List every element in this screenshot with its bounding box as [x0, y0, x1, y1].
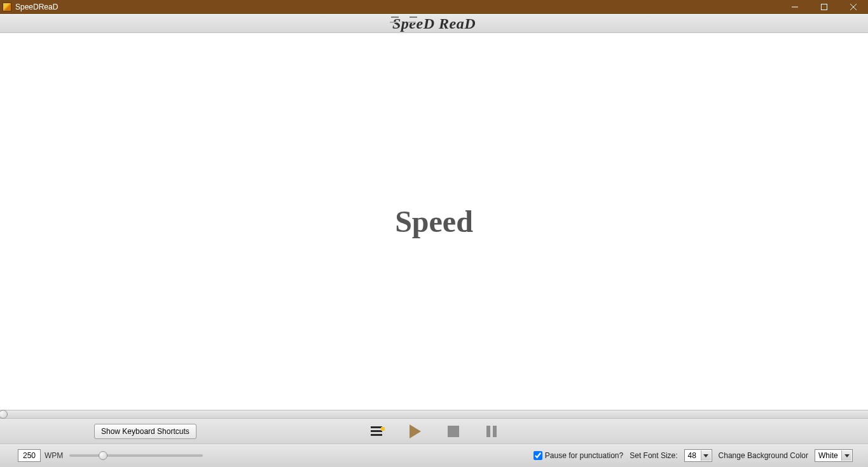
show-shortcuts-button[interactable]: Show Keyboard Shortcuts	[94, 424, 196, 439]
wpm-slider-thumb[interactable]	[99, 451, 107, 460]
play-icon	[410, 424, 421, 438]
chevron-down-icon	[701, 450, 711, 461]
stop-button[interactable]	[446, 424, 461, 439]
list-icon	[371, 426, 383, 437]
pause-punctuation-label: Pause for punctuation?	[545, 451, 623, 460]
open-file-button[interactable]	[369, 424, 385, 439]
stop-icon	[448, 426, 459, 437]
title-bar: SpeeDReaD	[0, 0, 868, 14]
progress-thumb[interactable]	[0, 410, 8, 419]
current-word: Speed	[395, 204, 473, 239]
right-controls: Pause for punctuation? Set Font Size: 48…	[534, 449, 853, 462]
close-button[interactable]	[839, 0, 868, 14]
svg-rect-1	[822, 4, 827, 10]
font-size-value: 48	[688, 451, 696, 460]
pause-punctuation-checkbox[interactable]	[534, 451, 542, 460]
bg-color-value: White	[818, 451, 838, 460]
bg-color-select[interactable]: White	[815, 449, 853, 462]
wpm-label: WPM	[45, 451, 63, 460]
wpm-slider[interactable]	[69, 454, 203, 457]
minimize-button[interactable]	[780, 0, 809, 14]
player-controls	[369, 424, 499, 439]
app-logo: SpeeD ReaD	[392, 15, 476, 32]
font-size-label: Set Font Size:	[630, 451, 677, 460]
window-title: SpeeDReaD	[15, 3, 58, 11]
wpm-input[interactable]	[18, 449, 41, 462]
progress-slider[interactable]	[0, 410, 868, 419]
maximize-button[interactable]	[809, 0, 839, 14]
font-size-select[interactable]: 48	[684, 449, 712, 462]
wpm-group: WPM	[18, 449, 203, 462]
pause-button[interactable]	[484, 424, 499, 439]
play-button[interactable]	[408, 424, 423, 439]
chevron-down-icon	[841, 450, 851, 461]
logo-bar: SpeeD ReaD	[0, 14, 868, 33]
control-bar-top: Show Keyboard Shortcuts	[0, 419, 868, 444]
reader-area: Speed	[0, 33, 868, 410]
bg-color-label: Change Background Color	[719, 451, 808, 460]
app-icon	[3, 3, 11, 11]
pause-punctuation-group: Pause for punctuation?	[534, 451, 623, 460]
control-bar-bottom: WPM Pause for punctuation? Set Font Size…	[0, 444, 868, 467]
pause-icon	[486, 426, 497, 437]
